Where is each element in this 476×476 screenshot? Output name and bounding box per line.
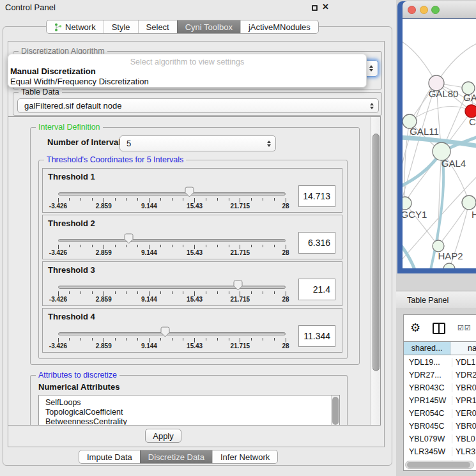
tick-mark: [92, 198, 93, 201]
table-data-combobox[interactable]: galFiltered.sif default node: [17, 98, 379, 113]
tick-mark: [274, 198, 275, 201]
list-scrollbar-thumb[interactable]: [332, 397, 339, 425]
slider-track[interactable]: [58, 286, 286, 289]
interval-definition-label: Interval Definition: [36, 123, 103, 132]
list-item[interactable]: TopologicalCoefficient: [39, 408, 339, 417]
close-icon[interactable]: ✕: [322, 2, 329, 12]
settings-scrollbar[interactable]: [371, 117, 380, 425]
float-window-icon[interactable]: [312, 5, 318, 11]
tick-label: -3.426: [44, 203, 72, 210]
tab-jactivemnodules[interactable]: jActiveMNodules: [240, 20, 318, 33]
threshold-label: Threshold 2: [48, 219, 95, 228]
threshold-row: Threshold 2-3.4262.8599.14415.4321.71528…: [42, 215, 342, 259]
tick-mark: [104, 338, 104, 342]
table-row[interactable]: YBR043CYBR0: [404, 381, 476, 394]
table-body: YDL19...YDL1YDR27...YDR2YBR043CYBR0YPR14…: [404, 356, 476, 471]
table-row[interactable]: YBR045CYBR0: [404, 420, 476, 433]
number-of-intervals-combobox[interactable]: 5: [119, 135, 276, 151]
settings-scrollbar-thumb[interactable]: [372, 134, 380, 371]
table-panel-titlebar: Table Panel: [396, 291, 476, 309]
table-row[interactable]: YDR27...YDR2: [404, 369, 476, 381]
table-row[interactable]: YPR145WYPR1: [404, 394, 476, 407]
list-scrollbar[interactable]: [331, 395, 339, 426]
tick-mark: [58, 338, 59, 342]
tab-impute-data[interactable]: Impute Data: [79, 450, 140, 463]
table-cell-name: YPR1: [452, 396, 476, 405]
gear-icon[interactable]: ⚙: [410, 322, 420, 334]
tick-mark: [183, 338, 183, 341]
tick-label: -3.426: [44, 249, 72, 256]
tick-mark: [172, 198, 173, 201]
traffic-light-zoom-icon[interactable]: [431, 6, 440, 14]
list-item[interactable]: BetweennessCentrality: [39, 417, 339, 426]
table-hscrollbar-thumb[interactable]: [407, 462, 470, 468]
threshold-row: Threshold 1-3.4262.8599.14415.4321.71528…: [42, 168, 342, 213]
network-node-c[interactable]: [465, 105, 476, 118]
traffic-light-close-icon[interactable]: [408, 6, 416, 14]
table-row[interactable]: YER054CYER0: [404, 407, 476, 420]
combo-stepper-icon: [369, 65, 373, 72]
column-header-name[interactable]: na: [450, 342, 476, 355]
network-edge: [438, 203, 469, 246]
network-node[interactable]: [443, 263, 455, 268]
tick-label: 2.859: [89, 342, 118, 349]
threshold-value-field[interactable]: 14.713: [298, 185, 335, 207]
tick-mark: [58, 198, 59, 203]
table-cell-shared-name: YBR045C: [404, 422, 452, 431]
tick-mark: [206, 338, 206, 341]
table-row[interactable]: YBL079WYBL0: [404, 433, 476, 445]
table-data-group: Table Data galFiltered.sif default node: [13, 92, 382, 116]
list-item[interactable]: SelfLoops: [39, 398, 339, 408]
popup-option-equal-width-frequency[interactable]: Equal Width/Frequency Discretization: [8, 77, 366, 87]
column-checkboxes-icon[interactable]: ☑☑: [457, 324, 472, 332]
tick-mark: [149, 291, 150, 296]
table-data-label: Table Data: [19, 88, 62, 96]
tick-mark: [115, 291, 116, 294]
slider-thumb[interactable]: [233, 280, 243, 291]
slider-track[interactable]: [58, 239, 286, 242]
tick-mark: [206, 198, 206, 201]
slider-track[interactable]: [58, 192, 286, 196]
tab-network[interactable]: Network: [47, 20, 104, 33]
threshold-label: Threshold 3: [48, 265, 95, 275]
tick-mark: [104, 291, 104, 296]
tick-label: 28: [272, 249, 300, 256]
tick-label: 28: [272, 296, 300, 303]
slider-thumb[interactable]: [124, 233, 134, 244]
table-row[interactable]: YDL19...YDL1: [404, 356, 476, 369]
tick-mark: [149, 245, 150, 249]
table-row[interactable]: YLR345WYLR3: [404, 445, 476, 458]
table-header-row: shared... na: [404, 341, 476, 355]
table-hscrollbar[interactable]: [405, 461, 474, 469]
threshold-value-field[interactable]: 6.316: [298, 232, 335, 254]
popup-option-manual-discretization[interactable]: Manual Discretization: [8, 66, 366, 77]
threshold-value-field[interactable]: 21.4: [298, 279, 335, 300]
tab-select[interactable]: Select: [138, 20, 177, 33]
tick-mark: [69, 291, 70, 294]
tick-mark: [172, 338, 173, 341]
tab-infer-network[interactable]: Infer Network: [212, 450, 277, 463]
network-edge: [404, 121, 410, 203]
column-header-shared-name[interactable]: shared...: [404, 342, 450, 355]
tab-cyni-toolbox[interactable]: Cyni Toolbox: [177, 20, 240, 33]
apply-button[interactable]: Apply: [145, 429, 181, 443]
traffic-light-minimize-icon[interactable]: [420, 6, 428, 14]
network-node-gcy1[interactable]: [403, 197, 411, 210]
tick-mark: [58, 291, 59, 296]
tick-mark: [217, 291, 218, 294]
network-canvas[interactable]: GAL80GACGAL11GAL4GCY1HHAP2: [403, 19, 476, 268]
tick-label: 9.144: [135, 296, 163, 303]
network-node-h[interactable]: [462, 196, 476, 210]
tick-mark: [126, 291, 127, 294]
threshold-value-field[interactable]: 11.344: [298, 325, 335, 347]
split-columns-icon[interactable]: [433, 323, 445, 334]
slider-thumb[interactable]: [185, 187, 194, 197]
threshold-row: Threshold 4-3.4262.8599.14415.4321.71528…: [42, 308, 342, 353]
tab-style[interactable]: Style: [104, 20, 138, 33]
network-window-titlebar[interactable]: [403, 1, 476, 19]
tick-mark: [217, 338, 218, 341]
tab-discretize-data[interactable]: Discretize Data: [140, 450, 212, 463]
slider-thumb[interactable]: [160, 326, 170, 337]
slider-track[interactable]: [58, 332, 286, 335]
tab-label: jActiveMNodules: [249, 22, 311, 32]
